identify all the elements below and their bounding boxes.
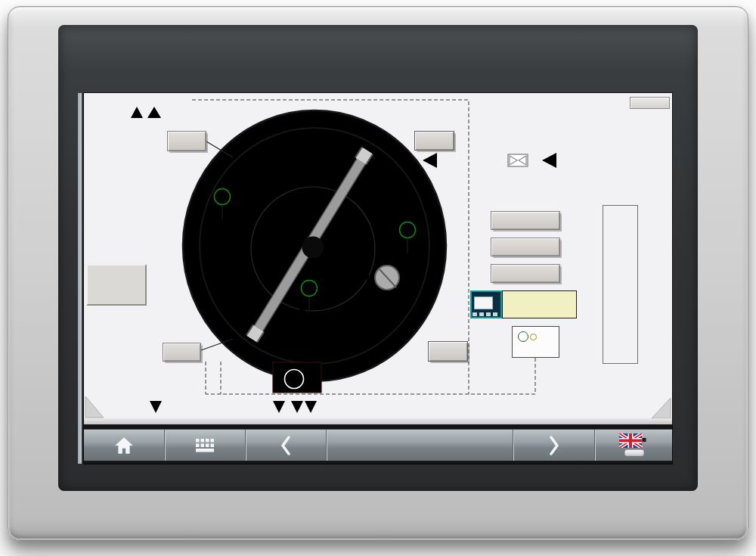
trend-button[interactable] <box>512 326 559 358</box>
sentron-data-button[interactable] <box>502 290 577 318</box>
outlet-arrow-2 <box>291 401 303 413</box>
mixer-button-2[interactable] <box>491 238 560 256</box>
back-icon <box>280 436 292 455</box>
sentron-device-image <box>470 290 502 318</box>
home-icon <box>114 436 134 455</box>
rotor-on-box[interactable] <box>86 264 147 306</box>
trend-yellow-indicator <box>530 334 537 340</box>
sentron-device-screen <box>474 297 493 309</box>
sentron-device-keys <box>472 312 498 316</box>
nav-back-button[interactable] <box>245 430 326 461</box>
nav-home-button[interactable] <box>84 430 164 461</box>
on-bottom-button[interactable] <box>163 343 201 362</box>
sentron-device-header <box>472 292 500 295</box>
page-curl-right <box>652 398 671 418</box>
overview-button[interactable] <box>630 97 670 109</box>
nav-forward-button[interactable] <box>513 430 594 461</box>
navigation-bar <box>84 429 672 461</box>
lcd-screen <box>84 93 672 464</box>
nav-keyboard-button[interactable] <box>164 430 245 461</box>
keyboard-icon <box>195 438 215 453</box>
secondary-flag <box>624 449 644 456</box>
bridge-cap-bottom-fill <box>252 328 259 339</box>
mixer-button-1[interactable] <box>491 211 560 230</box>
uk-flag-icon <box>619 433 648 448</box>
orange-arrow <box>147 107 161 118</box>
touch-label <box>691 92 723 273</box>
siemens-logo <box>84 33 152 49</box>
bezel-accent-strip-left <box>48 26 58 499</box>
bezel-accent-strip-bottom <box>48 491 708 499</box>
hmi-panel-device <box>8 6 748 540</box>
nav-language-button[interactable] <box>594 430 672 461</box>
outlet-arrow-3 <box>305 401 317 413</box>
frame-edge-line <box>16 530 740 532</box>
forward-icon <box>548 436 560 455</box>
bridge-pivot <box>302 237 324 259</box>
trend-green-indicator <box>518 331 528 342</box>
off-bottom-button[interactable] <box>428 341 468 362</box>
bridge-cap-top-fill <box>361 151 367 161</box>
inlet-arrow-mid <box>542 153 556 168</box>
lcd-left-edge <box>78 93 82 464</box>
page-curl-left <box>85 396 104 418</box>
teal-arrow <box>150 401 162 413</box>
system-volume-bar <box>603 205 638 364</box>
mixer-button-3[interactable] <box>491 264 560 283</box>
pink-arrow <box>131 107 143 118</box>
outlet-arrow-1 <box>273 401 285 413</box>
inlet-arrow-end <box>423 153 437 168</box>
nav-spacer <box>326 430 513 461</box>
on-top-button[interactable] <box>167 131 206 151</box>
process-screen <box>84 93 672 418</box>
page-bottom-strip <box>84 418 672 424</box>
language-flag-icon <box>619 433 648 458</box>
off-top-button[interactable] <box>414 131 454 151</box>
teal-line <box>156 275 195 402</box>
